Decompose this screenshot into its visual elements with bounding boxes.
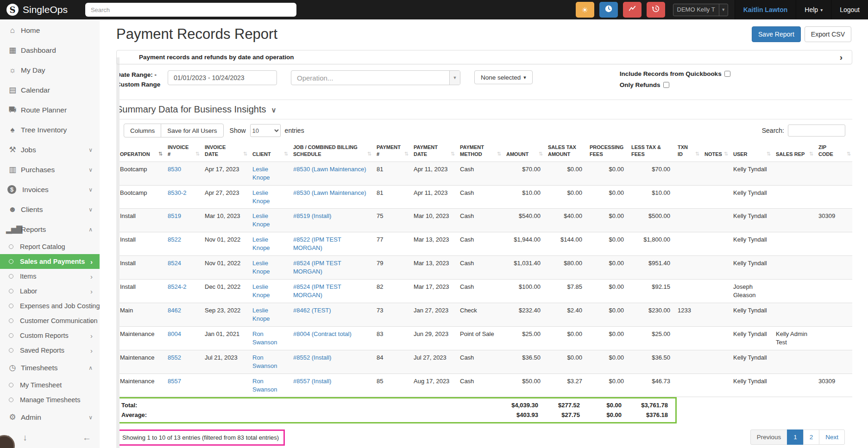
sidebar-item-my-day[interactable]: ☼ My Day	[0, 60, 100, 80]
job-link[interactable]: #8004 (Contract total)	[293, 330, 352, 337]
summary-section-header[interactable]: Summary Data for Business Insights	[116, 104, 852, 115]
sidebar-item-calendar[interactable]: ▤ Calendar	[0, 80, 100, 100]
job-link[interactable]: #8519 (Install)	[293, 212, 331, 219]
page-button-1[interactable]: 1	[787, 429, 804, 445]
logout-link[interactable]: Logout	[831, 0, 868, 19]
columns-button[interactable]: Columns	[124, 124, 161, 137]
col-header-txn-id[interactable]: TXNID ⇅	[674, 142, 701, 162]
sidebar-item-report-catalog[interactable]: Report Catalog	[0, 239, 100, 254]
invoice-link[interactable]: 8557	[168, 378, 181, 385]
help-menu[interactable]: Help	[796, 0, 831, 19]
col-header-zip-code[interactable]: ZIPCODE ⇅	[815, 142, 852, 162]
table-search-input[interactable]	[788, 124, 845, 137]
sidebar-item-clients[interactable]: ☻ Clients ∨	[0, 199, 100, 219]
col-header-amount[interactable]: AMOUNT ⇅	[503, 142, 544, 162]
job-link[interactable]: #8557 (Install)	[293, 378, 331, 385]
col-header-client[interactable]: CLIENT ⇅	[249, 142, 289, 162]
sidebar-item-admin[interactable]: ⚙ Admin ∨	[0, 407, 100, 427]
activity-button[interactable]	[623, 2, 642, 18]
client-link[interactable]: Ron Swanson	[252, 354, 277, 369]
sidebar-item-sales-and-payments[interactable]: Sales and Payments ›	[0, 254, 100, 269]
client-link[interactable]: Leslie Knope	[252, 212, 270, 228]
col-header-user[interactable]: USER ⇅	[730, 142, 772, 162]
sort-icon[interactable]: ⇅	[451, 150, 455, 157]
col-header-sales-tax-amount[interactable]: SALES TAXAMOUNT	[544, 142, 586, 162]
sort-icon[interactable]: ⇅	[367, 150, 371, 157]
job-link[interactable]: #8530 (Lawn Maintenance)	[293, 166, 366, 173]
client-link[interactable]: Leslie Knope	[252, 260, 270, 275]
page-button-next[interactable]: Next	[819, 429, 845, 445]
sidebar-item-dashboard[interactable]: ▦ Dashboard	[0, 40, 100, 60]
include-quickbooks-checkbox[interactable]	[724, 71, 730, 77]
job-link[interactable]: #8522 (IPM TEST MORGAN)	[293, 236, 341, 251]
client-link[interactable]: Leslie Knope	[252, 166, 270, 181]
page-size-select[interactable]: 10	[250, 124, 281, 137]
sidebar-item-jobs[interactable]: ⚒ Jobs ∨	[0, 140, 100, 160]
sidebar-item-manage-timesheets[interactable]: Manage Timesheets	[0, 392, 100, 407]
client-link[interactable]: Leslie Knope	[252, 189, 270, 205]
sidebar-item-reports[interactable]: ▂▅▇ Reports ∧	[0, 219, 100, 239]
sort-icon[interactable]: ⇅	[404, 150, 409, 157]
col-header-payment-method[interactable]: PAYMENTMETHOD ⇅	[456, 142, 503, 162]
client-link[interactable]: Leslie Knope	[252, 307, 270, 322]
invoice-link[interactable]: 8522	[168, 236, 181, 243]
chevron-right-icon[interactable]	[840, 52, 843, 62]
client-link[interactable]: Ron Swanson	[252, 330, 277, 346]
date-range-input[interactable]	[168, 70, 277, 85]
global-search-input[interactable]	[85, 3, 296, 17]
page-button-2[interactable]: 2	[803, 429, 820, 445]
report-description-panel[interactable]: Payment records and refunds by date and …	[116, 50, 852, 64]
job-link[interactable]: #8462 (TEST)	[293, 307, 331, 314]
sidebar-item-timesheets[interactable]: ◷ Timesheets ∧	[0, 358, 100, 378]
invoice-link[interactable]: 8530-2	[168, 189, 186, 196]
sort-icon[interactable]: ⇅	[497, 150, 501, 157]
col-header-processing-fees[interactable]: PROCESSINGFEES	[586, 142, 628, 162]
export-csv-button[interactable]: Export CSV	[805, 26, 851, 42]
col-header-invoice-date[interactable]: INVOICEDATE ⇅	[201, 142, 249, 162]
history-button[interactable]	[647, 2, 665, 18]
my-day-button[interactable]: ☀	[576, 2, 594, 18]
sidebar-item-tree-inventory[interactable]: ♠ Tree Inventory	[0, 120, 100, 140]
client-link[interactable]: Ron Swanson	[252, 378, 277, 393]
invoice-link[interactable]: 8462	[168, 307, 181, 314]
user-name-link[interactable]: Kaitlin Lawton	[735, 0, 796, 19]
col-header-notes[interactable]: NOTES ⇅	[701, 142, 730, 162]
col-header-less-tax-fees[interactable]: LESS TAX &FEES	[628, 142, 674, 162]
sidebar-item-customer-communication[interactable]: Customer Communication ›	[0, 313, 100, 328]
col-header-payment-date[interactable]: PAYMENTDATE ⇅	[410, 142, 456, 162]
sidebar-item-purchases[interactable]: ▥ Purchases ∨	[0, 160, 100, 180]
client-link[interactable]: Leslie Knope	[252, 236, 270, 251]
operation-select[interactable]: Operation...	[291, 70, 460, 85]
invoice-link[interactable]: 8004	[168, 330, 181, 337]
none-selected-dropdown[interactable]: None selected	[474, 70, 533, 84]
job-link[interactable]: #8524 (IPM TEST MORGAN)	[293, 283, 341, 299]
col-header-operation[interactable]: OPERATION ⇅	[116, 142, 164, 162]
sort-icon[interactable]: ⇅	[767, 150, 771, 157]
page-button-previous[interactable]: Previous	[750, 429, 788, 445]
job-link[interactable]: #8552 (Install)	[293, 354, 331, 361]
sidebar-item-expenses-and-job-costing[interactable]: Expenses and Job Costing ›	[0, 299, 100, 313]
job-link[interactable]: #8524 (IPM TEST MORGAN)	[293, 260, 341, 275]
sidebar-item-home[interactable]: ⌂ Home	[0, 20, 100, 40]
invoice-link[interactable]: 8519	[168, 212, 181, 219]
col-header-job-combined-billing-schedule[interactable]: JOB / COMBINED BILLINGSCHEDULE ⇅	[289, 142, 373, 162]
sidebar-item-labor[interactable]: Labor ›	[0, 284, 100, 299]
sort-icon[interactable]: ⇅	[724, 150, 728, 157]
sort-icon[interactable]: ⇅	[158, 150, 163, 157]
sort-icon[interactable]: ⇅	[695, 150, 699, 157]
invoice-link[interactable]: 8524	[168, 260, 181, 267]
save-report-button[interactable]: Save Report	[752, 26, 801, 42]
invoice-link[interactable]: 8530	[168, 166, 181, 173]
sidebar-item-my-timesheet[interactable]: My Timesheet	[0, 378, 100, 392]
col-header-invoice[interactable]: INVOICE# ⇅	[164, 142, 201, 162]
sidebar-item-saved-reports[interactable]: Saved Reports ›	[0, 343, 100, 358]
only-refunds-checkbox[interactable]	[663, 82, 669, 88]
invoice-link[interactable]: 8524-2	[168, 283, 186, 290]
sort-icon[interactable]: ⇅	[847, 150, 851, 157]
sidebar-item-invoices[interactable]: $ Invoices ∨	[0, 180, 100, 199]
save-for-all-users-button[interactable]: Save for All Users	[161, 124, 223, 137]
sort-icon[interactable]: ⇅	[809, 150, 813, 157]
sidebar-item-items[interactable]: Items ›	[0, 269, 100, 284]
sidebar-item-custom-reports[interactable]: Custom Reports ›	[0, 328, 100, 343]
sort-icon[interactable]: ⇅	[539, 150, 543, 157]
